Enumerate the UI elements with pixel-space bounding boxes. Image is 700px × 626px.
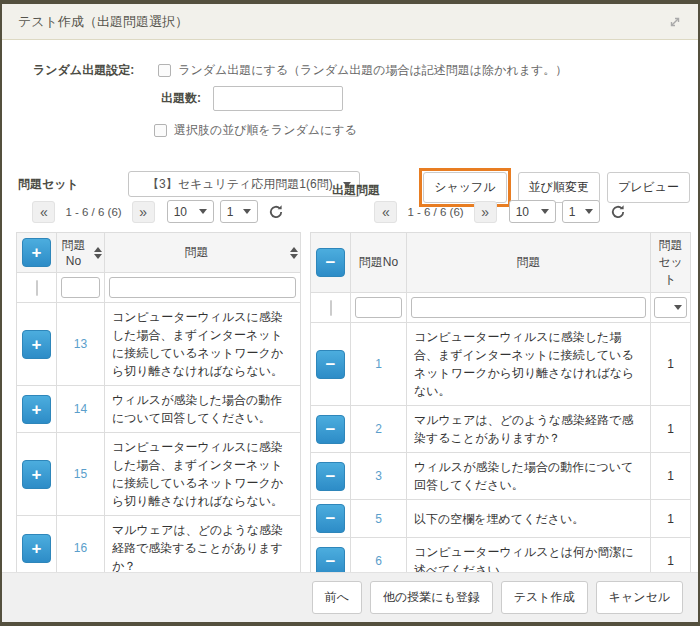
column-header-no[interactable]: 問題No: [351, 233, 407, 293]
question-count-input[interactable]: [213, 86, 343, 111]
question-no-link[interactable]: 14: [57, 386, 105, 433]
sort-icon[interactable]: [290, 247, 298, 259]
question-no-link[interactable]: 13: [57, 303, 105, 386]
page-size-value: 10: [174, 205, 187, 219]
dialog-body: ランダム出題設定: ランダム出題にする（ランダム出題の場合は記述問題は除かれます…: [2, 40, 698, 572]
remove-question-button[interactable]: −: [316, 415, 345, 444]
shuffle-button[interactable]: シャッフル: [423, 172, 506, 203]
question-set-table: + 問題No 問題 + 13 コンピューターウィルスに感染した場合、まずインター…: [16, 232, 301, 572]
question-no-link[interactable]: 6: [351, 538, 407, 573]
remove-all-button[interactable]: −: [316, 248, 345, 277]
question-no-link[interactable]: 1: [351, 323, 407, 406]
caret-down-icon: [585, 209, 593, 214]
create-test-button[interactable]: テスト作成: [501, 581, 588, 614]
filter-question-input[interactable]: [411, 297, 646, 318]
cancel-button[interactable]: キャンセル: [596, 581, 683, 614]
table-row: − 6 コンピューターウィルスとは何か簡潔に述べてください。 1: [311, 538, 691, 573]
question-set-pager: « 1 - 6 / 6 (6) » 10 1: [16, 200, 300, 223]
question-no-link[interactable]: 2: [351, 406, 407, 453]
last-page-button[interactable]: »: [474, 201, 497, 223]
caret-down-icon: [199, 209, 207, 214]
remove-question-button[interactable]: −: [316, 547, 345, 573]
random-output-label: ランダム出題にする（ランダム出題の場合は記述問題は除かれます。）: [178, 62, 567, 79]
shuffle-choices-label: 選択肢の並び順をランダムにする: [174, 122, 357, 139]
refresh-icon[interactable]: [268, 204, 284, 220]
test-creation-dialog: テスト作成（出題問題選択） ランダム出題設定: ランダム出題にする（ランダム出題…: [2, 4, 698, 622]
question-text: 以下の空欄を埋めてください。: [407, 500, 651, 538]
question-text: コンピューターウィルスとは何か簡潔に述べてください。: [407, 538, 651, 573]
filter-question-input[interactable]: [109, 277, 296, 298]
page-size-select[interactable]: 10: [509, 200, 556, 223]
add-question-button[interactable]: +: [22, 460, 51, 489]
back-button[interactable]: 前へ: [312, 581, 362, 614]
dialog-footer: 前へ 他の授業にも登録 テスト作成 キャンセル: [2, 572, 698, 622]
page-number-select[interactable]: 1: [562, 200, 600, 223]
question-count-label: 出題数:: [161, 90, 201, 107]
filter-no-input[interactable]: [61, 277, 100, 298]
remove-all-header-cell: −: [311, 233, 351, 293]
random-settings-section: ランダム出題設定: ランダム出題にする（ランダム出題の場合は記述問題は除かれます…: [33, 62, 567, 139]
filter-row: [17, 273, 301, 303]
selected-questions-label: 出題問題: [332, 182, 380, 199]
pager-range: 1 - 6 / 6 (6): [61, 206, 125, 218]
column-header-set[interactable]: 問題セット: [651, 233, 691, 293]
remove-question-button[interactable]: −: [316, 462, 345, 491]
table-row: + 16 マルウェアは、どのような感染経路で感染することがありますか？: [17, 516, 301, 573]
dialog-title: テスト作成（出題問題選択）: [18, 13, 188, 31]
filter-row: [311, 293, 691, 323]
add-all-button[interactable]: +: [22, 238, 51, 267]
question-set-label: 問題セット: [18, 176, 79, 193]
refresh-icon[interactable]: [610, 204, 626, 220]
first-page-button[interactable]: «: [32, 201, 55, 223]
question-text: ウィルスが感染した場合の動作について回答してください。: [407, 453, 651, 500]
caret-down-icon: [243, 209, 251, 214]
page-number-select[interactable]: 1: [220, 200, 258, 223]
caret-down-icon: [541, 209, 549, 214]
register-other-classes-button[interactable]: 他の授業にも登録: [370, 581, 493, 614]
filter-set-select[interactable]: [654, 297, 687, 318]
dialog-header: テスト作成（出題問題選択）: [2, 4, 698, 40]
selected-questions-table: − 問題No 問題 問題セット − 1 コンピューターウィルスに感染した場合、ま…: [310, 232, 691, 572]
column-header-question-label: 問題: [107, 244, 286, 261]
question-no-link[interactable]: 16: [57, 516, 105, 573]
random-output-checkbox[interactable]: [158, 64, 171, 77]
question-set-number: 1: [651, 453, 691, 500]
last-page-button[interactable]: »: [132, 201, 155, 223]
sort-icon[interactable]: [94, 247, 102, 259]
table-row: + 14 ウィルスが感染した場合の動作について回答してください。: [17, 386, 301, 433]
question-text: ウィルスが感染した場合の動作について回答してください。: [105, 386, 301, 433]
table-row: + 15 コンピューターウィルスに感染した場合、まずインターネットに接続している…: [17, 433, 301, 516]
selected-questions-pager: « 1 - 6 / 6 (6) » 10 1: [310, 200, 690, 223]
column-header-question-label: 問題: [517, 255, 541, 269]
question-no-link[interactable]: 3: [351, 453, 407, 500]
column-header-set-label: 問題セット: [658, 238, 683, 286]
add-all-header-cell: +: [17, 233, 57, 273]
remove-question-button[interactable]: −: [316, 350, 345, 379]
page-size-select[interactable]: 10: [167, 200, 214, 223]
column-header-no[interactable]: 問題No: [57, 233, 105, 273]
table-row: − 1 コンピューターウィルスに感染した場合、まずインターネットに接続しているネ…: [311, 323, 691, 406]
question-no-link[interactable]: 5: [351, 500, 407, 538]
add-question-button[interactable]: +: [22, 534, 51, 563]
table-row: − 2 マルウェアは、どのような感染経路で感染することがありますか？ 1: [311, 406, 691, 453]
column-header-no-label: 問題No: [59, 237, 88, 268]
add-question-button[interactable]: +: [22, 330, 51, 359]
question-set-number: 1: [651, 323, 691, 406]
resize-icon[interactable]: [668, 15, 682, 29]
first-page-button[interactable]: «: [374, 201, 397, 223]
column-header-question[interactable]: 問題: [407, 233, 651, 293]
add-question-button[interactable]: +: [22, 395, 51, 424]
pager-range: 1 - 6 / 6 (6): [403, 206, 467, 218]
question-text: コンピューターウィルスに感染した場合、まずインターネットに接続しているネットワー…: [105, 303, 301, 386]
remove-question-button[interactable]: −: [316, 504, 345, 533]
question-text: コンピューターウィルスに感染した場合、まずインターネットに接続しているネットワー…: [105, 433, 301, 516]
question-no-link[interactable]: 15: [57, 433, 105, 516]
column-header-no-label: 問題No: [359, 255, 398, 269]
preview-button[interactable]: プレビュー: [607, 172, 690, 203]
reorder-button[interactable]: 並び順変更: [518, 172, 600, 203]
table-row: − 5 以下の空欄を埋めてください。 1: [311, 500, 691, 538]
page-number-value: 1: [569, 205, 576, 219]
filter-no-input[interactable]: [355, 297, 402, 318]
shuffle-choices-checkbox[interactable]: [154, 124, 167, 137]
column-header-question[interactable]: 問題: [105, 233, 301, 273]
